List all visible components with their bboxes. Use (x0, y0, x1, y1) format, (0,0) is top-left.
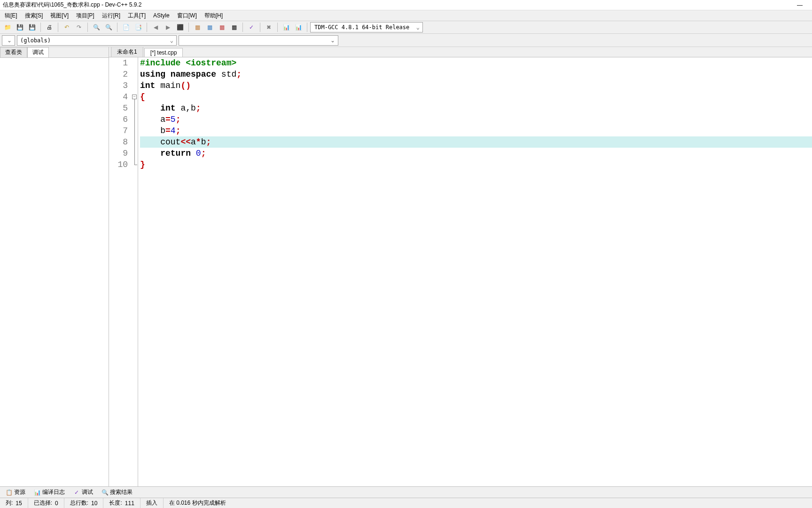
chart-icon: 📊 (283, 24, 290, 31)
sidebar-content (0, 57, 109, 486)
menu-window[interactable]: 窗口[W] (173, 11, 201, 21)
bottom-tab-resources[interactable]: 📋资源 (2, 487, 29, 497)
check-icon: ✓ (73, 489, 80, 496)
code-editor[interactable]: 1 2 3 4 5 6 7 8 9 10 − #include (109, 57, 812, 486)
compile-run-icon: ▦ (219, 24, 225, 31)
replace-icon: 🔍 (105, 24, 112, 31)
profile-button[interactable]: 📊 (281, 22, 292, 32)
toolbar-separator (188, 23, 189, 32)
toolbar-separator (307, 23, 307, 32)
code-line: #include <iostream> (140, 57, 812, 69)
fold-toggle-icon[interactable]: − (132, 95, 137, 99)
bookmark-icon: 📑 (135, 24, 142, 31)
bookmark-button[interactable]: 📑 (133, 22, 144, 32)
sidebar-tab-debug[interactable]: 调试 (27, 47, 49, 57)
bottom-tab-debug[interactable]: ✓调试 (70, 487, 97, 497)
redo-button[interactable]: ↷ (73, 22, 85, 32)
code-line: b=4; (140, 125, 812, 136)
nav-fwd-button[interactable]: ▶ (162, 22, 173, 32)
minimize-icon: — (797, 2, 803, 8)
print-button[interactable]: 🖨 (44, 22, 55, 32)
menu-help[interactable]: 帮助[H] (201, 11, 226, 21)
menu-run[interactable]: 运行[R] (98, 11, 124, 21)
fold-column: − (132, 57, 138, 486)
line-number: 7 (109, 125, 128, 136)
arrow-right-icon: ▶ (166, 24, 170, 31)
folder-icon: 📁 (4, 24, 11, 31)
menu-edit[interactable]: 辑[E] (1, 11, 21, 21)
globals-select[interactable]: (globals) (17, 35, 177, 46)
compile-icon: ▦ (195, 24, 200, 31)
file-tabs: 未命名1 [*] test.cpp (109, 47, 812, 57)
line-number: 6 (109, 114, 128, 125)
sidebar-tab-classes[interactable]: 查看类 (0, 47, 27, 57)
bottom-tab-search[interactable]: 🔍搜索结果 (98, 487, 136, 497)
line-number: 3 (109, 80, 128, 91)
check-icon: ✓ (249, 24, 254, 31)
status-total-lines: 总行数:10 (64, 498, 104, 508)
app-window: 信息奥赛课程\代码\1065_奇数求和.cpp - Dev-C++ 5.9.2 … (0, 0, 812, 508)
file-tab-test[interactable]: [*] test.cpp (144, 48, 183, 57)
toolbar-separator (58, 23, 58, 32)
titlebar: 信息奥赛课程\代码\1065_奇数求和.cpp - Dev-C++ 5.9.2 … (0, 0, 812, 10)
abort-button[interactable]: ✖ (263, 22, 274, 32)
minimize-button[interactable]: — (790, 0, 809, 10)
status-column: 列:15 (0, 498, 28, 508)
search-icon: 🔍 (102, 489, 108, 496)
run-button[interactable]: ▦ (204, 22, 215, 32)
code-line: int main() (140, 80, 812, 91)
save-icon: 💾 (16, 24, 23, 31)
code-content[interactable]: #include <iostream> using namespace std;… (138, 57, 812, 486)
saveall-button[interactable]: 💾 (26, 22, 38, 32)
menu-project[interactable]: 项目[P] (72, 11, 98, 21)
member-select[interactable] (179, 35, 338, 46)
replace-button[interactable]: 🔍 (103, 22, 114, 32)
menu-view[interactable]: 视图[V] (47, 11, 72, 21)
sidebar: 查看类 调试 (0, 47, 109, 486)
status-parse-time: 在 0.016 秒内完成解析 (164, 498, 812, 508)
code-line: using namespace std; (140, 69, 812, 80)
file-tab-untitled[interactable]: 未命名1 (111, 47, 143, 57)
stop-icon: ⬛ (177, 24, 184, 31)
compile-run-button[interactable]: ▦ (216, 22, 227, 32)
code-line: } (140, 159, 812, 170)
sidebar-tabs: 查看类 调试 (0, 47, 109, 57)
code-line-current: cout<<a*b; (140, 136, 812, 148)
toolbar-separator (87, 23, 88, 32)
status-length: 长度:111 (103, 498, 140, 508)
code-line: { (140, 91, 812, 103)
arrow-left-icon: ◀ (154, 24, 158, 31)
menu-tools[interactable]: 工具[T] (124, 11, 149, 21)
save-button[interactable]: 💾 (14, 22, 25, 32)
code-line: return 0; (140, 148, 812, 159)
abort-icon: ✖ (266, 24, 271, 31)
bottom-tab-compile-log[interactable]: 📊编译日志 (30, 487, 69, 497)
code-line: int a,b; (140, 103, 812, 114)
menu-search[interactable]: 搜索[S] (21, 11, 47, 21)
chart2-icon: 📊 (295, 24, 302, 31)
line-number: 4 (109, 91, 128, 103)
copy-icon: 📋 (6, 489, 12, 496)
menu-astyle[interactable]: AStyle (149, 11, 173, 20)
nav-stop-button[interactable]: ⬛ (174, 22, 186, 32)
goto-button[interactable]: 📄 (120, 22, 132, 32)
debug-button[interactable]: ✓ (246, 22, 257, 32)
find-button[interactable]: 🔍 (91, 22, 102, 32)
goto-icon: 📄 (123, 24, 130, 31)
fold-line (134, 99, 135, 165)
line-gutter: 1 2 3 4 5 6 7 8 9 10 (109, 57, 132, 486)
toolbar-main: 📁 💾 💾 🖨 ↶ ↷ 🔍 🔍 📄 📑 ◀ ▶ ⬛ ▦ ▦ ▦ ▦ ✓ ✖ 📊 … (0, 21, 812, 34)
nav-back-button[interactable]: ◀ (150, 22, 161, 32)
line-number: 2 (109, 69, 128, 80)
saveall-icon: 💾 (29, 24, 36, 31)
class-scope-select[interactable] (2, 35, 15, 46)
open-button[interactable]: 📁 (2, 22, 13, 32)
compile-button[interactable]: ▦ (192, 22, 203, 32)
rebuild-button[interactable]: ▦ (228, 22, 240, 32)
undo-button[interactable]: ↶ (61, 22, 72, 32)
profile2-button[interactable]: 📊 (293, 22, 304, 32)
compiler-select[interactable]: TDM-GCC 4.8.1 64-bit Release (310, 22, 423, 32)
undo-icon: ↶ (64, 24, 69, 31)
toolbar-separator (40, 23, 41, 32)
line-number: 8 (109, 136, 128, 148)
